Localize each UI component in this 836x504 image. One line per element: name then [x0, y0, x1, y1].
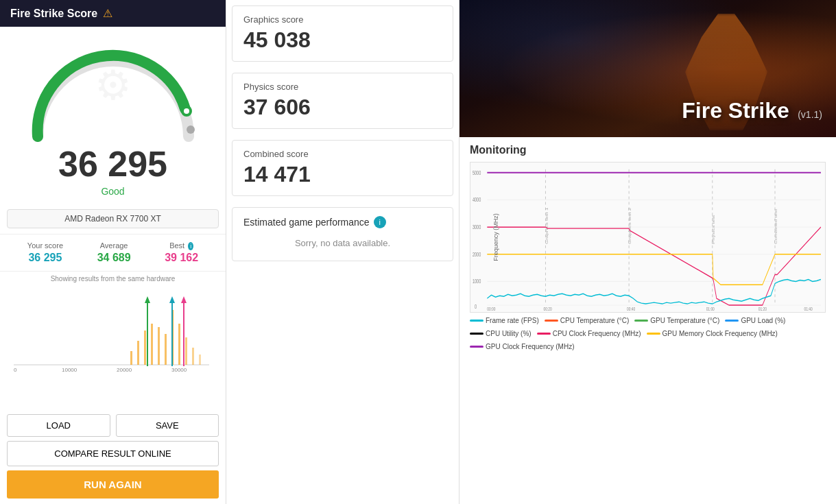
- physics-score-label: Physics score: [243, 82, 442, 92]
- header-bar: Fire Strike Score ⚠: [0, 0, 226, 27]
- svg-point-2: [187, 125, 195, 134]
- chart-svg: 5000 4000 3000 2000 1000 0: [470, 163, 825, 312]
- svg-text:10000: 10000: [62, 367, 77, 372]
- main-score: 36 295: [58, 143, 167, 184]
- legend-gpu-mem-clock: GPU Memory Clock Frequency (MHz): [647, 330, 778, 337]
- svg-rect-12: [158, 327, 160, 365]
- hardware-note: Showing results from the same hardware: [0, 272, 226, 286]
- best-score-col: Best i 39 162: [165, 241, 198, 264]
- svg-rect-16: [185, 337, 187, 365]
- svg-point-1: [184, 108, 189, 114]
- physics-score-card: Physics score 37 606: [232, 73, 453, 129]
- legend-gpu-temp-label: GPU Temperature (°C): [650, 317, 719, 324]
- legend-cpu-clock-label: CPU Clock Frequency (MHz): [553, 330, 641, 337]
- svg-rect-13: [165, 334, 167, 365]
- svg-text:00:20: 00:20: [543, 306, 551, 311]
- monitoring-chart: 5000 4000 3000 2000 1000 0: [470, 162, 826, 313]
- svg-text:00:40: 00:40: [627, 306, 635, 311]
- load-button[interactable]: LOAD: [7, 414, 110, 437]
- legend-cpu-temp: CPU Temperature (°C): [545, 317, 630, 324]
- best-score-value: 39 162: [165, 252, 198, 264]
- combined-score-card: Combined score 14 471: [232, 140, 453, 196]
- legend-cpu-util-label: CPU Utility (%): [486, 330, 532, 337]
- benchmark-image: Fire Strike (v1.1): [459, 0, 836, 137]
- monitoring-section: Monitoring 5000 4000 3000 2000 1000 0: [459, 137, 836, 504]
- compare-button[interactable]: COMPARE RESULT ONLINE: [7, 441, 219, 466]
- legend-cpu-clock-color: [537, 333, 551, 335]
- svg-text:1000: 1000: [473, 278, 481, 285]
- avg-score-value: 34 689: [97, 252, 131, 264]
- svg-text:0: 0: [475, 303, 477, 311]
- legend-gpu-clock-color: [470, 346, 483, 348]
- y-axis-label: Frequency (MHz): [492, 213, 499, 261]
- svg-text:01:40: 01:40: [804, 306, 813, 311]
- legend-cpu-temp-color: [545, 320, 558, 322]
- chart-legend: Frame rate (FPS) CPU Temperature (°C) GP…: [470, 317, 826, 350]
- svg-text:4000: 4000: [473, 196, 481, 204]
- legend-frame-rate: Frame rate (FPS): [470, 317, 539, 324]
- game-perf-info-icon[interactable]: i: [374, 216, 386, 228]
- svg-text:01:20: 01:20: [759, 306, 767, 311]
- run-again-button[interactable]: RUN AGAIN: [7, 470, 219, 499]
- bar-chart-svg: 0 10000 20000 30000: [7, 289, 213, 372]
- your-score-label: Your score: [27, 241, 63, 250]
- svg-text:2000: 2000: [473, 250, 481, 258]
- legend-gpu-clock: GPU Clock Frequency (MHz): [470, 343, 574, 350]
- svg-rect-15: [178, 324, 180, 365]
- avg-score-label: Average: [100, 241, 128, 250]
- legend-cpu-temp-label: CPU Temperature (°C): [560, 317, 630, 324]
- legend-gpu-load: GPU Load (%): [725, 317, 785, 324]
- score-rating: Good: [101, 186, 124, 197]
- svg-marker-24: [145, 296, 150, 303]
- score-section: ⚙ 36 295 Good: [0, 27, 226, 204]
- game-perf-label: Estimated game performance: [243, 217, 370, 228]
- legend-gpu-temp-color: [634, 320, 648, 322]
- graphics-score-label: Graphics score: [243, 14, 442, 25]
- right-panel: Fire Strike (v1.1) Monitoring 5000 4000 …: [459, 0, 836, 504]
- svg-text:30000: 30000: [171, 367, 187, 372]
- svg-rect-10: [144, 331, 146, 365]
- svg-marker-23: [181, 296, 187, 303]
- svg-rect-11: [151, 324, 153, 365]
- warning-icon: ⚠: [103, 7, 112, 20]
- graphics-score-value: 45 038: [243, 27, 442, 53]
- svg-text:Graphics test 2: Graphics test 2: [628, 207, 632, 244]
- combined-score-label: Combined score: [243, 149, 442, 159]
- graphics-score-card: Graphics score 45 038: [232, 5, 453, 62]
- legend-gpu-temp: GPU Temperature (°C): [634, 317, 719, 324]
- fire-strike-version: (v1.1): [798, 109, 822, 120]
- svg-rect-18: [199, 355, 201, 365]
- svg-text:00:00: 00:00: [487, 306, 495, 311]
- save-button[interactable]: SAVE: [116, 414, 219, 437]
- legend-frame-rate-color: [470, 320, 483, 322]
- game-perf-message: Sorry, no data available.: [243, 234, 442, 252]
- physics-score-value: 37 606: [243, 95, 442, 120]
- app-title: Fire Strike Score: [10, 8, 97, 20]
- legend-cpu-util-color: [470, 333, 483, 335]
- best-info-icon: i: [188, 242, 193, 250]
- svg-text:01:00: 01:00: [706, 306, 715, 311]
- bottom-buttons: LOAD SAVE COMPARE RESULT ONLINE RUN AGAI…: [0, 409, 226, 504]
- score-comparison: Your score 36 295 Average 34 689 Best i …: [0, 234, 226, 272]
- legend-gpu-mem-clock-color: [647, 333, 660, 335]
- your-score-value: 36 295: [28, 252, 62, 264]
- gauge-container: ⚙: [24, 40, 202, 143]
- svg-text:Combined test: Combined test: [774, 209, 778, 244]
- legend-gpu-load-color: [725, 320, 739, 322]
- avg-score-col: Average 34 689: [97, 241, 131, 264]
- middle-panel: Graphics score 45 038 Physics score 37 6…: [226, 0, 459, 504]
- legend-gpu-mem-clock-label: GPU Memory Clock Frequency (MHz): [662, 330, 778, 337]
- svg-text:Physics test: Physics test: [711, 215, 715, 243]
- monitoring-title: Monitoring: [470, 144, 826, 156]
- svg-text:5000: 5000: [473, 169, 481, 176]
- svg-text:3000: 3000: [473, 224, 481, 231]
- svg-text:Graphics test 1: Graphics test 1: [545, 207, 549, 244]
- legend-cpu-clock: CPU Clock Frequency (MHz): [537, 330, 641, 337]
- legend-frame-rate-label: Frame rate (FPS): [486, 317, 539, 324]
- svg-marker-22: [169, 296, 175, 303]
- legend-gpu-clock-label: GPU Clock Frequency (MHz): [486, 343, 574, 350]
- game-perf-header: Estimated game performance i: [243, 216, 442, 228]
- load-save-row: LOAD SAVE: [7, 414, 219, 437]
- svg-text:0: 0: [14, 367, 17, 372]
- legend-gpu-load-label: GPU Load (%): [741, 317, 785, 324]
